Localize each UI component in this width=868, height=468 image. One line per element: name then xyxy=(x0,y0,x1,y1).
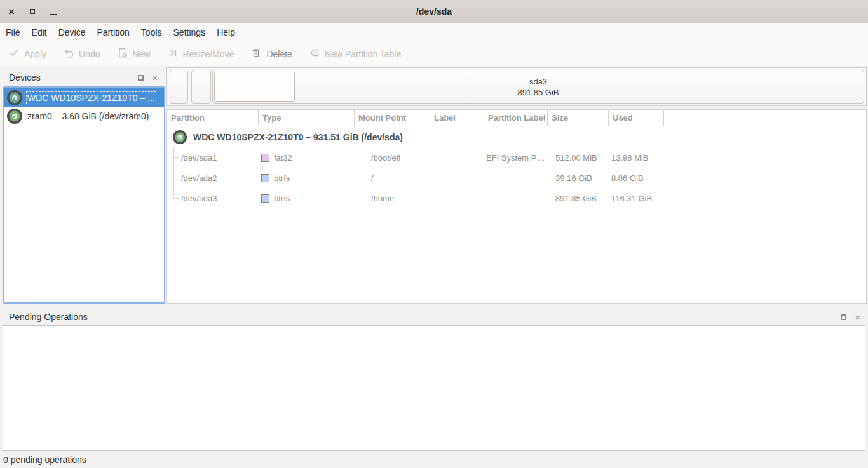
partition-segment-size: 891.85 GiB xyxy=(213,87,864,98)
cell-mount-point: / xyxy=(355,173,430,183)
close-panel-icon[interactable]: × xyxy=(855,312,860,322)
close-icon[interactable]: × xyxy=(8,6,15,17)
backspace-icon xyxy=(309,48,320,60)
delete-label: Delete xyxy=(266,49,292,59)
table-row-device[interactable]: WDC WD10SPZX-21Z10T0 – 931.51 GiB (/dev/… xyxy=(167,126,866,147)
resize-arrow-icon xyxy=(168,48,178,60)
device-item-label: WDC WD10SPZX-21Z10T0 – ... xyxy=(27,93,155,103)
tree-guide-line xyxy=(173,188,174,198)
column-header-partition-label[interactable]: Partition Label xyxy=(484,110,548,126)
menu-file[interactable]: File xyxy=(0,25,26,40)
filesystem-type: btrfs xyxy=(274,173,290,183)
apply-button[interactable]: Apply xyxy=(9,48,46,60)
cell-size: 891.85 GiB xyxy=(548,194,609,203)
cell-size: 512.00 MiB xyxy=(548,153,609,163)
trash-icon xyxy=(251,48,261,60)
devices-panel-header: Devices × xyxy=(3,70,165,85)
delete-button[interactable]: Delete xyxy=(251,48,292,60)
column-header-mount-point[interactable]: Mount Point xyxy=(355,110,430,126)
partition-bar: sda3 891.85 GiB xyxy=(166,67,867,106)
filesystem-color-swatch xyxy=(261,154,269,162)
new-partition-icon xyxy=(118,48,128,60)
cell-used: 116.31 GiB xyxy=(609,194,664,203)
pending-operations-list[interactable] xyxy=(3,325,865,451)
resize-move-label: Resize/Move xyxy=(183,49,234,59)
column-header-label[interactable]: Label xyxy=(430,110,484,126)
pending-operations-title: Pending Operations xyxy=(0,312,841,322)
cell-partition: /dev/sda2 xyxy=(167,173,259,183)
new-partition-table-button[interactable]: New Partition Table xyxy=(309,48,401,60)
cell-partition-label: EFI System P… xyxy=(484,153,548,163)
float-panel-icon[interactable] xyxy=(138,75,144,81)
menu-partition[interactable]: Partition xyxy=(91,25,135,40)
new-partition-table-label: New Partition Table xyxy=(325,49,401,59)
cell-partition: /dev/sda3 xyxy=(167,194,259,203)
menu-help[interactable]: Help xyxy=(211,25,241,40)
close-panel-icon[interactable]: × xyxy=(152,73,158,83)
window-controls: × xyxy=(0,6,57,17)
partition-table-header: Partition Type Mount Point Label Partiti… xyxy=(167,110,866,126)
window-title: /dev/sda xyxy=(0,6,868,17)
cell-used: 8.06 GiB xyxy=(609,173,664,183)
filesystem-color-swatch xyxy=(261,174,269,182)
pending-operations-count: 0 pending operations xyxy=(3,455,86,465)
column-header-filler xyxy=(664,110,866,126)
column-header-size[interactable]: Size xyxy=(548,110,609,126)
device-row-label: WDC WD10SPZX-21Z10T0 – 931.51 GiB (/dev/… xyxy=(193,132,403,142)
cell-size: 39.16 GiB xyxy=(548,173,609,183)
undo-button[interactable]: Undo xyxy=(64,48,100,60)
undo-label: Undo xyxy=(79,49,100,59)
maximize-icon[interactable] xyxy=(30,9,35,14)
cell-partition: /dev/sda1 xyxy=(167,153,259,163)
titlebar: × /dev/sda xyxy=(0,0,868,23)
column-header-used[interactable]: Used xyxy=(609,110,664,126)
partition-manager-window: × /dev/sda File Edit Device Partition To… xyxy=(0,0,868,468)
toolbar: Apply Undo New Resize/Move Delete New Pa… xyxy=(0,41,868,66)
new-button[interactable]: New xyxy=(118,48,151,60)
tree-branch-icon xyxy=(173,157,179,158)
new-label: New xyxy=(133,49,151,59)
cell-mount-point: /home xyxy=(355,194,430,203)
filesystem-color-swatch xyxy=(261,194,269,203)
tree-branch-icon xyxy=(173,178,179,178)
table-row-sda3[interactable]: /dev/sda3 btrfs /home 891.85 GiB 116.31 … xyxy=(167,188,866,208)
partition-segment-name: sda3 xyxy=(213,76,864,87)
float-panel-icon[interactable] xyxy=(841,314,846,320)
partition-segment-sda3[interactable]: sda3 891.85 GiB xyxy=(212,70,864,104)
menu-settings[interactable]: Settings xyxy=(168,25,212,40)
column-header-type[interactable]: Type xyxy=(259,110,355,126)
column-header-partition[interactable]: Partition xyxy=(167,110,259,126)
disk-drive-icon xyxy=(6,108,23,124)
table-row-sda1[interactable]: /dev/sda1 fat32 /boot/efi EFI System P… … xyxy=(167,147,866,168)
check-icon xyxy=(9,48,19,60)
filesystem-type: btrfs xyxy=(274,194,290,203)
disk-drive-icon xyxy=(172,130,187,145)
partition-segment-label: sda3 891.85 GiB xyxy=(213,76,864,98)
apply-label: Apply xyxy=(24,49,46,59)
cell-used: 13.98 MiB xyxy=(609,153,664,163)
resize-move-button[interactable]: Resize/Move xyxy=(168,48,234,60)
devices-list: WDC WD10SPZX-21Z10T0 – ... zram0 – 3.68 … xyxy=(3,86,165,304)
cell-type: fat32 xyxy=(259,153,355,163)
menu-edit[interactable]: Edit xyxy=(26,25,53,40)
cell-type: btrfs xyxy=(259,194,355,203)
statusbar: 0 pending operations xyxy=(0,451,868,468)
disk-drive-icon xyxy=(6,90,23,106)
partition-segment-sda1[interactable] xyxy=(170,70,188,104)
cell-type: btrfs xyxy=(259,173,355,183)
tree-branch-icon xyxy=(173,198,179,199)
undo-icon xyxy=(64,48,74,60)
pending-operations-header: Pending Operations × xyxy=(0,309,868,324)
device-item-sda[interactable]: WDC WD10SPZX-21Z10T0 – ... xyxy=(4,88,164,107)
partition-table: Partition Type Mount Point Label Partiti… xyxy=(166,109,867,304)
minimize-icon[interactable] xyxy=(50,14,57,15)
device-item-zram0[interactable]: zram0 – 3.68 GiB (/dev/zram0) xyxy=(4,107,164,125)
menu-tools[interactable]: Tools xyxy=(135,25,168,40)
cell-mount-point: /boot/efi xyxy=(355,153,430,163)
filesystem-type: fat32 xyxy=(274,153,292,163)
partition-segment-sda2[interactable] xyxy=(191,70,211,104)
menubar: File Edit Device Partition Tools Setting… xyxy=(0,23,868,41)
devices-panel: Devices × WDC WD10SPZX-21Z10T0 – ... xyxy=(3,70,165,304)
table-row-sda2[interactable]: /dev/sda2 btrfs / 39.16 GiB 8.06 GiB xyxy=(167,168,866,188)
menu-device[interactable]: Device xyxy=(53,25,92,40)
